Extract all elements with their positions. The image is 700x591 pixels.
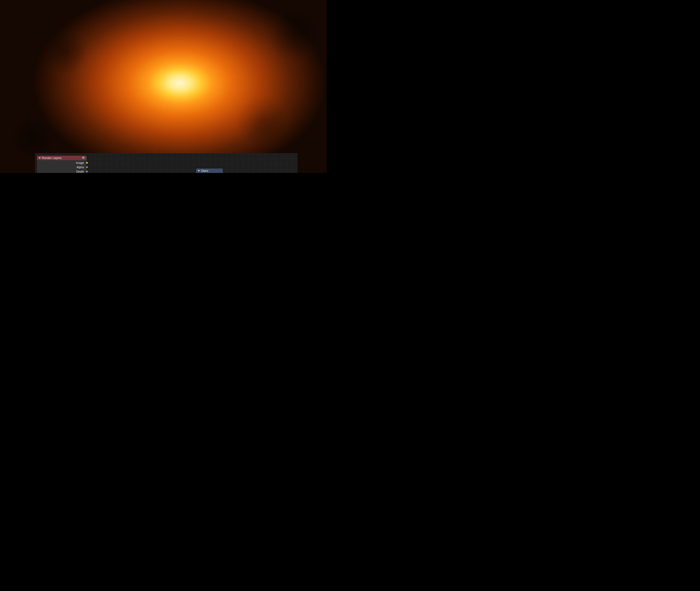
node-glare[interactable]: Glare Image Streaks High Iterations4 Col… [196, 168, 223, 173]
node-header[interactable]: Render Layers [37, 156, 87, 160]
socket-out-depth[interactable]: Depth [37, 170, 87, 173]
socket-icon[interactable] [86, 166, 88, 168]
disclosure-icon[interactable] [38, 157, 41, 159]
node-header[interactable]: Glare [196, 169, 223, 173]
globe-icon[interactable] [82, 156, 85, 159]
socket-icon[interactable] [86, 162, 88, 164]
socket-out-image[interactable]: Image [37, 160, 87, 165]
node-title: Glare [201, 169, 208, 172]
socket-icon[interactable] [86, 171, 88, 173]
compositor-node-editor[interactable]: Render Layers ImageAlphaDepthNoisy Image… [35, 153, 298, 173]
render-preview [0, 0, 327, 173]
node-title: Render Layers [42, 156, 62, 159]
socket-out-alpha[interactable]: Alpha [37, 165, 87, 170]
node-render-layers[interactable]: Render Layers ImageAlphaDepthNoisy Image… [36, 155, 87, 173]
disclosure-icon[interactable] [198, 170, 200, 172]
